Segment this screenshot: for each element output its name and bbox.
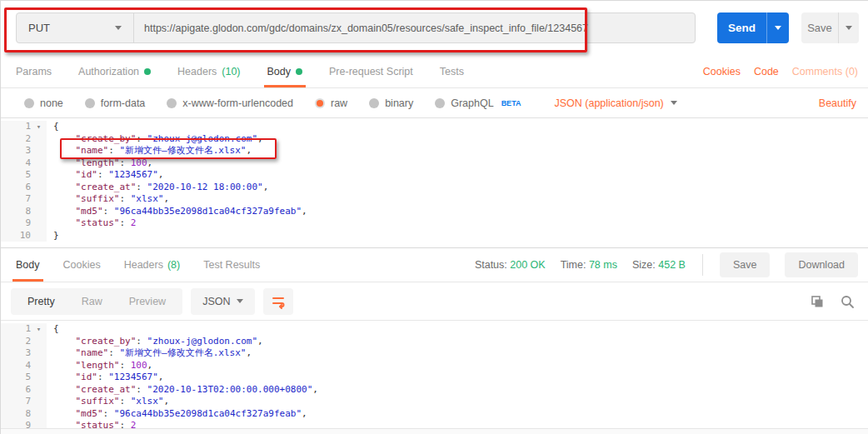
send-button[interactable]: Send bbox=[717, 12, 789, 43]
request-tab-list: ParamsAuthorizationHeaders(10)BodyPre-re… bbox=[16, 55, 491, 87]
stat-status: Status: 200 OK bbox=[475, 259, 546, 271]
tab-label: Headers bbox=[177, 66, 217, 77]
view-raw[interactable]: Raw bbox=[68, 292, 116, 312]
tab-label: Params bbox=[16, 66, 52, 77]
line-number: 8 bbox=[1, 206, 31, 218]
radio-graphql[interactable]: GraphQLBETA bbox=[435, 97, 521, 109]
send-button-label[interactable]: Send bbox=[717, 12, 766, 43]
token-str: "1234567" bbox=[108, 169, 158, 180]
response-tab-headers[interactable]: Headers(8) bbox=[124, 248, 181, 282]
view-preview[interactable]: Preview bbox=[116, 292, 179, 312]
content-type-dropdown[interactable]: JSON (application/json) bbox=[554, 97, 676, 109]
token-str: "zhoux-j@glodon.com" bbox=[147, 336, 257, 347]
response-tab-test-results[interactable]: Test Results bbox=[203, 248, 260, 282]
token-key: "id" bbox=[53, 169, 97, 180]
token-pun: : bbox=[119, 360, 130, 371]
token-key: "create_by" bbox=[53, 133, 136, 144]
request-bar: PUT Send Save bbox=[1, 1, 868, 55]
url-input[interactable] bbox=[134, 13, 695, 42]
line-number: 7 bbox=[1, 193, 31, 206]
code-line: 10} bbox=[1, 230, 868, 242]
wrap-text-button[interactable] bbox=[263, 288, 293, 315]
line-number: 2 bbox=[1, 336, 31, 348]
stat-size: Size: 452 B bbox=[632, 259, 686, 271]
token-pun: , bbox=[158, 169, 164, 180]
fold-spacer bbox=[31, 408, 47, 421]
save-button-label[interactable]: Save bbox=[801, 12, 838, 43]
response-meta-row: BodyCookiesHeaders(8)Test Results Status… bbox=[1, 247, 868, 282]
line-gutter: 5 bbox=[1, 169, 47, 182]
radio-label: GraphQL bbox=[451, 97, 493, 109]
search-button[interactable] bbox=[840, 294, 855, 309]
tab-headers[interactable]: Headers(10) bbox=[177, 55, 240, 87]
fold-toggle-icon[interactable]: ▾ bbox=[31, 121, 47, 133]
response-save-button[interactable]: Save bbox=[720, 252, 771, 277]
send-options-button[interactable] bbox=[766, 12, 789, 43]
response-tab-body[interactable]: Body bbox=[16, 248, 40, 282]
token-pun: : bbox=[136, 336, 147, 347]
scrollbar-track[interactable] bbox=[1, 428, 868, 434]
link-code[interactable]: Code bbox=[754, 66, 779, 77]
chevron-down-icon bbox=[846, 26, 852, 30]
code-line: 4 "length": 100, bbox=[1, 360, 868, 372]
beautify-button[interactable]: Beautify bbox=[819, 97, 856, 109]
stat-value: 200 OK bbox=[510, 259, 545, 271]
tab-tests[interactable]: Tests bbox=[440, 55, 464, 87]
code-line: 1▾{ bbox=[1, 121, 868, 133]
token-key: "length" bbox=[53, 157, 119, 168]
line-gutter: 3 bbox=[1, 347, 47, 360]
link-cookies[interactable]: Cookies bbox=[703, 66, 741, 77]
radio-form-data[interactable]: form-data bbox=[85, 97, 146, 109]
response-tab-list: BodyCookiesHeaders(8)Test Results bbox=[16, 248, 283, 282]
save-options-button[interactable] bbox=[838, 12, 859, 43]
link-comments-0-[interactable]: Comments (0) bbox=[792, 66, 858, 77]
token-key: "create_at" bbox=[53, 182, 136, 192]
tab-params[interactable]: Params bbox=[16, 55, 52, 87]
tab-pre-request-script[interactable]: Pre-request Script bbox=[329, 55, 413, 87]
fold-spacer bbox=[31, 133, 47, 146]
status-dot-icon bbox=[296, 68, 302, 75]
token-pun: , bbox=[312, 384, 318, 395]
response-tab-cookies[interactable]: Cookies bbox=[63, 248, 101, 282]
radio-binary[interactable]: binary bbox=[369, 97, 413, 109]
line-number: 1 bbox=[1, 121, 31, 133]
request-body-editor[interactable]: 1▾{2 "create_by": "zhoux-j@glodon.com",3… bbox=[1, 117, 868, 247]
code-line: 3 "name": "新增文件—修改文件名.xlsx", bbox=[1, 145, 868, 157]
response-download-button[interactable]: Download bbox=[785, 252, 858, 277]
code-text: "name": "新增文件—修改文件名.xlsx", bbox=[47, 347, 252, 360]
token-str: "96ca44bb35e2098d1ca04cf327a9feab" bbox=[114, 408, 302, 419]
radio-icon bbox=[167, 98, 177, 108]
token-key: "md5" bbox=[53, 408, 103, 419]
tab-body[interactable]: Body bbox=[267, 55, 303, 87]
token-pun: : bbox=[119, 396, 130, 407]
radio-raw[interactable]: raw bbox=[315, 97, 347, 109]
divider bbox=[702, 254, 703, 276]
code-line: 6 "create_at": "2020-10-12 18:00:00", bbox=[1, 182, 868, 194]
tab-authorization[interactable]: Authorization bbox=[78, 55, 151, 87]
radio-label: raw bbox=[331, 97, 347, 109]
response-body-editor[interactable]: 1▾{2 "create_by": "zhoux-j@glodon.com",3… bbox=[1, 320, 868, 430]
code-text: "md5": "96ca44bb35e2098d1ca04cf327a9feab… bbox=[47, 408, 307, 421]
fold-spacer bbox=[31, 347, 47, 360]
fold-toggle-icon[interactable]: ▾ bbox=[31, 323, 47, 336]
save-button[interactable]: Save bbox=[801, 12, 859, 43]
radio-icon bbox=[369, 98, 379, 108]
code-text: "suffix": "xlsx", bbox=[47, 396, 169, 408]
fold-spacer bbox=[31, 230, 47, 242]
view-pretty[interactable]: Pretty bbox=[14, 292, 68, 312]
response-format-dropdown[interactable]: JSON bbox=[191, 288, 255, 315]
token-pun: : bbox=[108, 145, 119, 156]
radio-none[interactable]: none bbox=[24, 97, 63, 109]
fold-spacer bbox=[31, 169, 47, 182]
line-number: 7 bbox=[1, 396, 31, 408]
fold-spacer bbox=[31, 336, 47, 348]
copy-button[interactable] bbox=[810, 294, 825, 309]
token-pun: : bbox=[136, 384, 147, 395]
stat-value: 78 ms bbox=[589, 259, 617, 271]
body-options-row: noneform-datax-www-form-urlencodedrawbin… bbox=[1, 88, 868, 117]
method-dropdown[interactable]: PUT bbox=[17, 13, 134, 42]
line-gutter: 3 bbox=[1, 145, 47, 157]
radio-x-www-form-urlencoded[interactable]: x-www-form-urlencoded bbox=[167, 97, 293, 109]
token-pun: : bbox=[119, 217, 130, 228]
fold-spacer bbox=[31, 157, 47, 170]
